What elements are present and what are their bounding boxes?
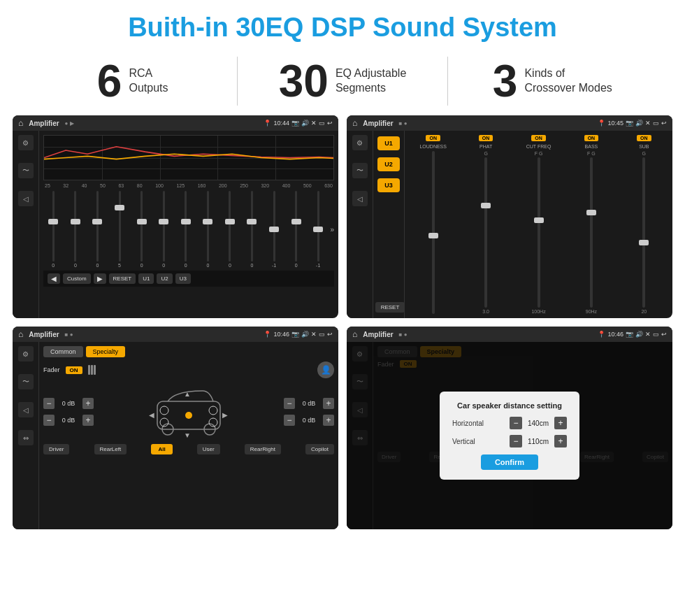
amp-phat-slider[interactable] [484, 157, 487, 308]
dialog-horizontal-plus[interactable]: + [554, 417, 567, 429]
dialog-vertical-plus[interactable]: + [554, 435, 567, 447]
eq-wave-icon[interactable]: 〜 [18, 163, 34, 178]
cross-bottom-buttons: Driver RearLeft All User RearRight Copil… [43, 444, 334, 454]
eq-slider-10[interactable]: -1 [264, 191, 284, 268]
cross-user-icon[interactable]: 👤 [317, 361, 334, 378]
cross-minus-0[interactable]: − [43, 398, 55, 409]
amp-reset-btn[interactable]: RESET [375, 302, 405, 313]
cross-db-val-0: 0 dB [57, 400, 80, 407]
amp-vol-icon2[interactable]: ◁ [352, 191, 368, 206]
cross-plus-2[interactable]: + [323, 398, 334, 409]
eq-sq-icon: ▭ [319, 120, 325, 127]
amp-u1-preset[interactable]: U1 [377, 136, 400, 150]
amp-loudness-on[interactable]: ON [426, 135, 440, 141]
amp-u2-preset[interactable]: U2 [377, 157, 400, 171]
eq-slider-7[interactable]: 0 [198, 191, 218, 268]
cross-db-row-2: − 0 dB + [284, 398, 334, 409]
amp-time: 10:45 [607, 120, 623, 127]
cross-minus-1[interactable]: − [43, 415, 55, 426]
amp-loudness-slider[interactable] [432, 151, 435, 314]
amp-eq-icon[interactable]: ⚙ [352, 135, 368, 150]
amp-phat-on[interactable]: ON [479, 135, 493, 141]
dialog-vertical-stepper: − 110cm + [510, 435, 567, 447]
eq-slider-12[interactable]: -1 [308, 191, 329, 268]
cross-fader-bars [88, 365, 96, 375]
dialog-vertical-value: 110cm [525, 438, 551, 445]
eq-title: Amplifier [29, 120, 59, 127]
eq-eq-icon[interactable]: ⚙ [18, 135, 34, 150]
amp-cutfreq-on[interactable]: ON [531, 135, 546, 141]
eq-slider-3[interactable]: 5 [110, 191, 130, 268]
cross-tab-specialty[interactable]: Specialty [86, 346, 126, 357]
svg-text:▶: ▶ [222, 411, 228, 419]
cross-home-icon[interactable]: ⌂ [18, 329, 23, 339]
eq-slider-9[interactable]: 0 [242, 191, 262, 268]
dialog-home-icon[interactable]: ⌂ [352, 329, 357, 339]
eq-slider-11[interactable]: 0 [286, 191, 306, 268]
amp-bass-label: BASS [585, 144, 598, 149]
dialog-vertical-row: Vertical − 110cm + [452, 435, 567, 447]
eq-slider-4[interactable]: 0 [131, 191, 152, 268]
dialog-back-icon[interactable]: ↩ [661, 331, 667, 338]
eq-vol-down-icon[interactable]: ◁ [18, 191, 34, 206]
dialog-horizontal-minus[interactable]: − [510, 417, 522, 429]
cross-driver-btn[interactable]: Driver [43, 444, 69, 454]
eq-home-icon[interactable]: ⌂ [18, 118, 23, 128]
amp-sub-slider[interactable] [642, 157, 645, 308]
eq-slider-6[interactable]: 0 [175, 191, 196, 268]
cross-plus-0[interactable]: + [82, 398, 94, 409]
amp-bass-on[interactable]: ON [584, 135, 599, 141]
amp-bass-slider[interactable] [590, 157, 593, 308]
amp-home-icon[interactable]: ⌂ [352, 118, 357, 128]
eq-u3-btn[interactable]: U3 [175, 273, 191, 284]
amp-cutfreq-group: ON CUT FREQ FG 100Hz [514, 135, 563, 314]
eq-more-arrow[interactable]: » [331, 226, 335, 234]
eq-slider-2[interactable]: 0 [87, 191, 108, 268]
eq-slider-8[interactable]: 0 [220, 191, 240, 268]
cross-minus-3[interactable]: − [284, 415, 295, 426]
amp-u3-preset[interactable]: U3 [377, 178, 400, 192]
cross-all-btn[interactable]: All [151, 444, 172, 454]
eq-slider-0[interactable]: 0 [43, 191, 64, 268]
dialog-box: Car speaker distance setting Horizontal … [440, 392, 579, 480]
eq-next-btn[interactable]: ▶ [94, 273, 106, 284]
cross-back-icon[interactable]: ↩ [327, 331, 333, 338]
eq-slider-5[interactable]: 0 [154, 191, 174, 268]
amp-sub-sublabel: G [642, 151, 646, 156]
cross-copilot-btn[interactable]: Copilot [305, 444, 334, 454]
svg-text:▼: ▼ [184, 431, 191, 439]
eq-slider-1[interactable]: 0 [66, 191, 86, 268]
eq-reset-btn[interactable]: RESET [109, 273, 136, 284]
eq-u2-btn[interactable]: U2 [157, 273, 172, 284]
eq-u1-btn[interactable]: U1 [138, 273, 154, 284]
dialog-time: 10:46 [607, 331, 623, 338]
cross-rearleft-btn[interactable]: RearLeft [94, 444, 127, 454]
cross-fader-on-btn[interactable]: ON [66, 366, 82, 374]
eq-custom-btn[interactable]: Custom [63, 273, 91, 284]
cross-eq-icon[interactable]: ⚙ [18, 346, 34, 361]
cross-arrows-icon[interactable]: ⇔ [18, 430, 34, 445]
eq-status-dot: ● ▶ [65, 120, 74, 127]
cross-tab-common[interactable]: Common [43, 346, 83, 357]
cross-wave-icon[interactable]: 〜 [18, 374, 34, 389]
dialog-vertical-minus[interactable]: − [510, 435, 522, 447]
eq-prev-btn[interactable]: ◀ [48, 273, 60, 284]
eq-back-icon[interactable]: ↩ [327, 120, 333, 127]
eq-x-icon: ✕ [311, 120, 317, 127]
amp-back-icon[interactable]: ↩ [661, 120, 667, 127]
cross-user-btn[interactable]: User [197, 444, 220, 454]
cross-plus-3[interactable]: + [323, 415, 334, 426]
amp-pin-icon: 📍 [598, 120, 605, 127]
cross-status-icons: 📍 10:46 📷 🔊 ✕ ▭ ↩ [264, 331, 333, 338]
eq-main-area: 2532405063 80100125160200 25032040050063… [39, 131, 338, 318]
cross-minus-2[interactable]: − [284, 398, 295, 409]
dialog-confirm-button[interactable]: Confirm [481, 454, 538, 470]
cross-rearright-btn[interactable]: RearRight [245, 444, 281, 454]
dialog-box-title: Car speaker distance setting [452, 401, 567, 410]
dialog-overlay: Car speaker distance setting Horizontal … [347, 342, 672, 529]
amp-cutfreq-slider[interactable] [538, 157, 540, 308]
amp-wave-icon[interactable]: 〜 [352, 163, 368, 178]
amp-sub-on[interactable]: ON [637, 135, 651, 141]
cross-vol-icon[interactable]: ◁ [18, 402, 34, 417]
cross-plus-1[interactable]: + [82, 415, 94, 426]
